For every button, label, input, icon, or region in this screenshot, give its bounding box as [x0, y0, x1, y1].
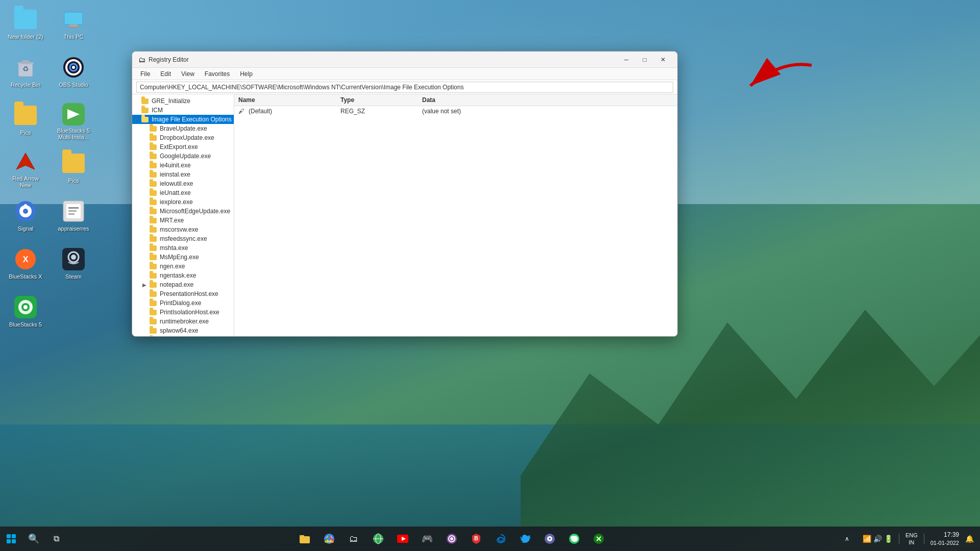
maximize-button[interactable]: □ [636, 54, 653, 66]
taskbar-whatsapp[interactable] [563, 528, 585, 550]
start-button[interactable] [0, 528, 22, 550]
menu-help[interactable]: Help [236, 69, 257, 79]
tree-item-ifeo[interactable]: ▾ Image File Execution Options [132, 115, 234, 124]
tree-item-mshta[interactable]: mshta.exe [132, 243, 234, 253]
tree-item-brave[interactable]: BraveUpdate.exe [132, 124, 234, 133]
registry-editor-icon: 🗂 [138, 56, 145, 64]
menu-favorites[interactable]: Favorites [201, 69, 234, 79]
tree-item-extexport[interactable]: ExtExport.exe [132, 142, 234, 152]
svg-rect-2 [67, 27, 80, 28]
registry-row-default[interactable]: 🖋 (Default) REG_SZ (value not set) [234, 106, 677, 116]
title-bar[interactable]: 🗂 Registry Editor ─ □ ✕ [132, 52, 677, 68]
taskbar-youtube[interactable] [391, 528, 414, 550]
desktop-icon-bluestacks5-2[interactable]: BlueStacks 5 [5, 293, 46, 335]
tree-item-printdialog[interactable]: PrintDialog.exe [132, 298, 234, 308]
tree-item-spoolsv[interactable]: spoolsv.exe [132, 335, 234, 336]
taskbar-xbox[interactable] [587, 528, 610, 550]
tree-item-iexplore[interactable]: iexplore.exe [132, 197, 234, 207]
tree-item-splwow64[interactable]: splwow64.exe [132, 326, 234, 335]
svg-marker-13 [16, 153, 35, 169]
language-indicator[interactable]: ENG IN [905, 532, 918, 546]
folder-icon [13, 7, 38, 32]
language-text: ENG IN [905, 532, 918, 546]
registry-body: GRE_Initialize ICM ▾ Image File Executio… [132, 94, 677, 336]
icon-label-pics2: Pics [68, 178, 79, 184]
svg-rect-0 [64, 12, 83, 24]
icon-label-bluestacks-x: BlueStacks X [9, 273, 42, 280]
tree-item-presentationhost[interactable]: PresentationHost.exe [132, 289, 234, 298]
desktop-icon-recycle-bin[interactable]: ♻ Recycle Bin [5, 53, 46, 95]
tree-item-googleupdate[interactable]: GoogleUpdate.exe [132, 152, 234, 161]
icon-label-obs: OBS Studio [59, 82, 88, 88]
desktop-icon-this-pc[interactable]: This PC [53, 5, 94, 47]
tree-item-mscorsvw[interactable]: mscorsvw.exe [132, 225, 234, 234]
tree-item-mrt[interactable]: MRT.exe [132, 216, 234, 225]
task-view-button[interactable]: ⧉ [45, 528, 67, 550]
taskbar-twitter[interactable] [514, 528, 536, 550]
desktop-icon-new-folder[interactable]: New folder (2) [5, 5, 46, 47]
bluestacks5-2-icon [13, 295, 38, 319]
taskbar-tor[interactable] [440, 528, 463, 550]
bluestacks-x-icon: X [13, 247, 38, 271]
svg-rect-22 [68, 213, 75, 215]
svg-point-53 [549, 538, 551, 540]
minimize-button[interactable]: ─ [618, 54, 634, 66]
tree-item-icm[interactable]: ICM [132, 106, 234, 115]
svg-text:♻: ♻ [22, 65, 29, 73]
tree-item-notepad[interactable]: ▶ notepad.exe [132, 280, 234, 289]
tree-item-runtimebroker[interactable]: runtimebroker.exe [132, 317, 234, 326]
taskbar-edge[interactable] [489, 528, 512, 550]
column-data: Data [422, 96, 673, 104]
tree-item-msfeedssync[interactable]: msfeedssync.exe [132, 234, 234, 243]
tree-item-ie4uinit[interactable]: ie4uinit.exe [132, 161, 234, 170]
menu-file[interactable]: File [136, 69, 154, 79]
tree-item-msmpeng[interactable]: MsMpEng.exe [132, 253, 234, 262]
notification-icon[interactable]: 🔔 [965, 535, 974, 543]
desktop-icon-red-arrow[interactable]: Red Arrow New [5, 149, 46, 191]
tree-item-ieunatt[interactable]: ieUnatt.exe [132, 188, 234, 197]
tree-item-ielowutil[interactable]: ielowutil.exe [132, 179, 234, 188]
taskbar-gaming[interactable]: 🎮 [416, 528, 438, 550]
svg-rect-20 [68, 207, 79, 209]
desktop-icon-obs[interactable]: OBS Studio [53, 53, 94, 95]
search-button[interactable]: 🔍 [22, 528, 45, 550]
desktop-icon-pics2[interactable]: Pics [53, 149, 94, 191]
svg-rect-34 [12, 534, 16, 538]
taskbar-file-explorer[interactable] [293, 528, 316, 550]
taskbar-cortana[interactable] [538, 528, 561, 550]
desktop-icon-bluestacks-x[interactable]: X BlueStacks X [5, 245, 46, 287]
taskbar-bitdefender[interactable]: B [465, 528, 487, 550]
desktop-icon-signal[interactable]: Signal [5, 197, 46, 239]
tree-item-dropbox[interactable]: DropboxUpdate.exe [132, 133, 234, 142]
desktop-icon-pics[interactable]: Pics [5, 101, 46, 143]
recycle-bin-icon: ♻ [13, 55, 38, 80]
tray-chevron[interactable]: ∧ [836, 528, 859, 550]
tree-item-ieinstal[interactable]: ieinstal.exe [132, 170, 234, 179]
desktop-icon-appraiser[interactable]: appraiserres [53, 197, 94, 239]
battery-icon[interactable]: 🔋 [884, 535, 893, 543]
taskbar-chrome[interactable] [318, 528, 340, 550]
row-type: REG_SZ [340, 108, 422, 115]
menu-edit[interactable]: Edit [156, 69, 175, 79]
close-button[interactable]: ✕ [655, 54, 671, 66]
this-pc-icon [61, 7, 86, 32]
icon-label-recycle-bin: Recycle Bin [11, 82, 40, 88]
tree-item-printisolation[interactable]: PrintIsolationHost.exe [132, 308, 234, 317]
address-input[interactable] [136, 82, 673, 93]
icon-label-steam: Steam [65, 273, 82, 280]
tree-item-msedgeupdate[interactable]: MicrosoftEdgeUpdate.exe [132, 207, 234, 216]
taskbar-clock[interactable]: 17:39 01-01-2022 [930, 531, 959, 547]
taskbar-files[interactable]: 🗂 [342, 528, 365, 550]
signal-icon [13, 199, 38, 223]
wifi-icon[interactable]: 📶 [863, 535, 871, 543]
tree-item-ngentask[interactable]: ngentask.exe [132, 271, 234, 280]
desktop-icon-steam[interactable]: Steam [53, 245, 94, 287]
taskbar-maps[interactable] [367, 528, 389, 550]
icon-label-bluestacks5: BlueStacks 5 Multi-Insta... [55, 128, 92, 141]
tree-item-gre[interactable]: GRE_Initialize [132, 96, 234, 106]
desktop-icon-bluestacks5[interactable]: BlueStacks 5 Multi-Insta... [53, 101, 94, 143]
tree-item-ngen[interactable]: ngen.exe [132, 262, 234, 271]
menu-view[interactable]: View [177, 69, 199, 79]
svg-rect-33 [7, 534, 11, 538]
volume-icon[interactable]: 🔊 [873, 535, 882, 543]
